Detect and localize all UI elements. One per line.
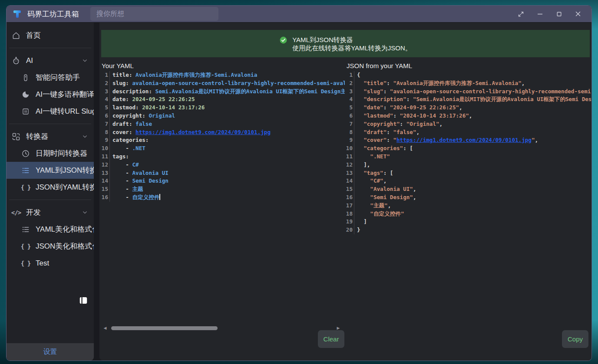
line-number: 16 [101,193,110,202]
sidebar-divider [9,48,91,48]
line-number: 9 [346,136,354,144]
line-number: 4 [346,95,354,104]
line-number: 19 [346,218,354,226]
code-line: 1{ [346,71,591,79]
sidebar-item[interactable]: YAML到JSON转换器 [7,162,94,179]
sidebar-item[interactable]: </>开发 [7,204,94,221]
line-number: 13 [101,169,110,177]
app-logo-icon [13,9,22,19]
clear-button[interactable]: Clear [318,330,344,348]
slug-icon [21,107,30,116]
code-line: 10 - .NET [101,144,345,153]
sidebar-item-label: Test [36,259,49,268]
chevron-down-icon[interactable] [82,57,89,64]
code-line: 10 "categories": [ [346,144,591,153]
line-number: 15 [346,185,354,193]
line-number: 8 [101,128,110,137]
line-number: 6 [101,112,110,120]
clock-icon [21,149,30,158]
close-icon[interactable] [573,9,583,19]
code-line: 13 - Avalonia UI [101,169,345,177]
sidebar-item-label: JSON美化和格式化 [36,241,94,251]
sidebar-item[interactable]: YAML美化和格式化 [7,221,94,238]
sidebar-item-label: 开发 [26,207,41,217]
code-line: 8cover: https://img1.dotnet9.com/2024/09… [101,128,345,137]
collapse-sidebar-icon[interactable] [79,297,87,304]
code-line: 6 "lastmod": "2024-10-14 23:17:26", [346,112,591,120]
copy-button[interactable]: Copy [562,330,588,348]
sidebar-item[interactable]: AI一键转URL Slug [7,103,94,120]
search-input[interactable] [90,7,218,21]
sidebar-item[interactable]: { }JSON美化和格式化 [7,238,94,255]
sidebar: 首页 AI智能问答助手AI一键多语种翻译AI一键转URL Slug转换器日期时间… [7,23,94,361]
line-number: 7 [346,120,354,128]
line-number: 10 [101,144,110,153]
code-line: 6copyright: Original [101,112,345,120]
code-line: 4date: 2024-09-25 22:26:25 [101,95,345,104]
line-number: 5 [101,104,110,112]
sidebar-item-label: AI [26,56,33,65]
json-output[interactable]: 1{2 "title": "Avalonia开源控件库强力推荐-Semi.Ava… [346,71,591,328]
line-number: 2 [101,79,110,88]
code-line: 20} [346,226,591,234]
scroll-left-arrow-icon[interactable]: ◀ [102,326,108,330]
sidebar-divider [9,200,91,200]
code-line: 5 "date": "2024-09-25 22:26:25", [346,104,591,112]
horizontal-scrollbar[interactable]: ◀ ▶ [102,325,341,331]
sidebar-item[interactable]: 智能问答助手 [7,69,94,86]
settings-link[interactable]: 设置 [43,348,57,357]
code-line: 15 "Avalonia UI", [346,185,591,193]
line-number: 11 [101,153,110,161]
code-line: 4 "description": "Semi.Avalonia是以MIT协议开源… [346,95,591,104]
scrollbar-thumb[interactable] [111,326,218,330]
json-panel-header: JSON from your YAML [347,62,412,69]
code-line: 3description: Semi.Avalonia是以MIT协议开源的Ava… [101,88,345,96]
line-number: 12 [101,161,110,169]
expand-icon[interactable] [516,9,525,19]
code-line: 14 - Semi Design [101,177,345,185]
banner-title: YAML到JSON转换器 [292,36,412,44]
sidebar-item[interactable]: AI一键多语种翻译 [7,86,94,103]
app-title: 码界工坊工具箱 [27,9,79,19]
code-line: 3 "slug": "avalonia-open-source-control-… [346,88,591,96]
scroll-right-arrow-icon[interactable]: ▶ [335,326,341,330]
line-number: 11 [346,153,354,161]
sidebar-item[interactable]: AI [7,52,94,69]
code-icon: </> [12,208,20,217]
scrollbar-track[interactable] [108,325,335,331]
maximize-icon[interactable] [554,9,564,19]
braces-icon: { } [21,259,30,268]
line-number: 18 [346,210,354,218]
sidebar-item-label: YAML美化和格式化 [36,224,94,234]
app-window: 码界工坊工具箱 首页 AI [6,5,592,361]
chevron-down-icon[interactable] [82,133,89,140]
sidebar-item[interactable]: { }Test [7,255,94,272]
sidebar-item[interactable]: { }JSON到YAML转换器 [7,179,94,196]
line-number: 12 [346,161,354,169]
chevron-down-icon[interactable] [82,209,89,216]
line-number: 14 [101,177,110,185]
line-number: 14 [346,177,354,185]
code-line: 7draft: false [101,120,345,128]
list-icon [21,166,30,175]
line-number: 4 [101,95,110,104]
code-line: 9categories: [101,136,345,144]
line-number: 3 [346,88,354,96]
robot-icon [12,56,20,65]
tool-banner: YAML到JSON转换器 使用此在线转换器将YAML转换为JSON。 [101,30,590,57]
code-line: 2slug: avalonia-open-source-control-libr… [101,79,345,88]
list-icon [21,225,30,234]
yaml-editor[interactable]: 1title: Avalonia开源控件库强力推荐-Semi.Avalonia2… [101,71,345,328]
line-number: 5 [346,104,354,112]
sidebar-divider [9,124,91,124]
sidebar-item[interactable]: 转换器 [7,128,94,145]
sidebar-item[interactable]: 首页 [7,27,94,44]
sidebar-item-label: 智能问答助手 [36,72,80,82]
title-bar: 码界工坊工具箱 [7,6,591,22]
line-number: 13 [346,169,354,177]
text-cursor [159,194,160,200]
line-number: 8 [346,128,354,137]
minimize-icon[interactable] [535,9,545,19]
sidebar-item[interactable]: 日期时间转换器 [7,145,94,162]
code-line: 16 "Semi Design", [346,193,591,202]
